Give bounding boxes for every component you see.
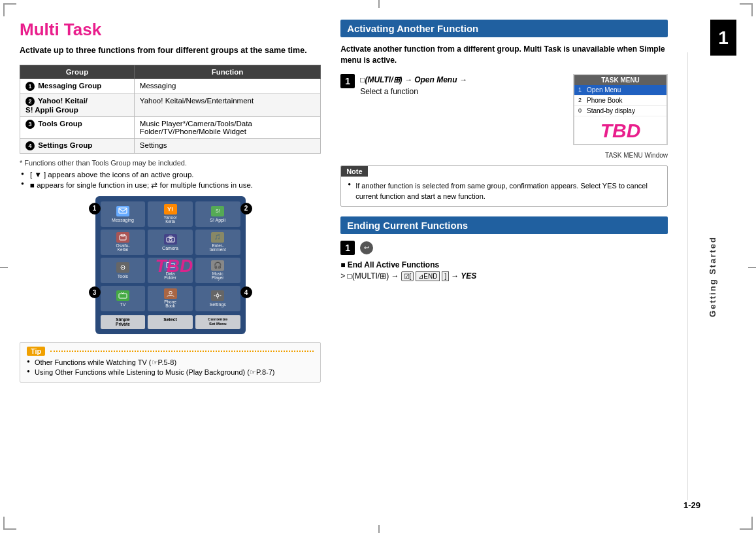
tip-list: Other Functions while Watching TV (☞P.5-… bbox=[27, 358, 314, 377]
sidebar-label: Getting Started bbox=[708, 236, 717, 317]
circle-1: 1 bbox=[89, 203, 101, 215]
content-wrapper: Multi Task Activate up to three function… bbox=[20, 20, 668, 513]
ending-section: Ending Current Functions 1 ↩ ■ End All A… bbox=[340, 216, 668, 281]
task-menu-tbd: TBD bbox=[574, 120, 666, 142]
table-row: 1 Messaging Group Messaging bbox=[20, 78, 321, 94]
phone-icon-musicplayer: 🎧 MusicPlayer bbox=[195, 258, 240, 283]
ending-step-1-number: 1 bbox=[340, 241, 355, 255]
svg-point-12 bbox=[216, 294, 219, 297]
task-menu-box: TASK MENU 1 Open Menu 2 Phone Book 0 Sta… bbox=[573, 74, 668, 145]
left-section: Multi Task Activate up to three function… bbox=[20, 20, 331, 513]
end-key-label: ⊿END bbox=[416, 271, 440, 281]
phone-icon-osaifu: Osaifu-Keitai bbox=[101, 230, 146, 255]
step-1-number: 1 bbox=[340, 74, 355, 88]
phone-icon-tools: Tools bbox=[101, 258, 146, 283]
page-title: Multi Task bbox=[20, 20, 321, 40]
task-menu-item-2: 2 Phone Book bbox=[574, 95, 666, 106]
task-menu-item-1: 1 Open Menu bbox=[574, 85, 666, 95]
svg-point-11 bbox=[169, 291, 171, 294]
circle-3: 3 bbox=[89, 286, 101, 298]
end-formula: > □(MULTI/⊞) → ☑[ ⊿END ] → YES bbox=[340, 271, 668, 281]
tip-section: Tip Other Functions while Watching TV (☞… bbox=[20, 342, 321, 383]
ending-step-1-row: 1 ↩ bbox=[340, 241, 668, 255]
phone-icon-camera: Camera bbox=[148, 230, 193, 255]
phone-icon-phonebook: PhoneBook bbox=[148, 286, 193, 311]
phone-btn-simple: SimplePrivate bbox=[101, 315, 146, 330]
end-all-row: ■ End All Active Functions > □(MULTI/⊞) … bbox=[340, 260, 668, 281]
page-number: 1-29 bbox=[683, 500, 700, 510]
svg-rect-0 bbox=[119, 208, 127, 213]
right-section: Activating Another Function Activate ano… bbox=[331, 20, 668, 513]
top-mark bbox=[378, 0, 380, 8]
task-menu-caption: TASK MENU Window bbox=[340, 152, 668, 159]
end-bracket: ] bbox=[442, 271, 449, 281]
corner-mark-tr bbox=[740, 3, 753, 16]
corner-mark-tl bbox=[3, 3, 16, 16]
side-mark-left bbox=[0, 267, 8, 268]
corner-mark-bl bbox=[3, 517, 16, 530]
note-box: Note If another function is selected fro… bbox=[340, 165, 668, 207]
note-body: If another function is selected from sam… bbox=[341, 177, 667, 206]
note-text: If another function is selected from sam… bbox=[348, 181, 661, 202]
yes-text: YES bbox=[461, 271, 476, 281]
row1-num: 1 bbox=[25, 82, 35, 91]
step-1-content: □(MULTI/⊞) → Open Menu → Select a functi… bbox=[360, 74, 568, 97]
table-row: 4 Settings Group Settings bbox=[20, 138, 321, 153]
svg-rect-8 bbox=[119, 294, 127, 298]
activating-description: Activate another function from a differe… bbox=[340, 44, 668, 66]
table-footnote: * Functions other than Tools Group may b… bbox=[20, 159, 321, 167]
row4-function: Settings bbox=[134, 138, 320, 153]
chapter-number: 1 bbox=[710, 20, 736, 56]
activating-header: Activating Another Function bbox=[340, 20, 668, 37]
svg-point-7 bbox=[122, 267, 123, 268]
row3-function: Music Player*/Camera/Tools/Data Folder/T… bbox=[134, 116, 320, 138]
page-subtitle: Activate up to three functions from four… bbox=[20, 45, 321, 57]
arrow-text: → bbox=[451, 271, 459, 281]
tip-dots bbox=[50, 351, 314, 352]
phone-icon-entertainment: 🎵 Enter-tainment bbox=[195, 230, 240, 255]
table-header-function: Function bbox=[134, 65, 320, 78]
list-item: ■ appears for single function in use; ⇄ … bbox=[20, 181, 321, 190]
back-icon: ↩ bbox=[360, 241, 373, 254]
svg-point-4 bbox=[169, 238, 171, 241]
ending-step-1-content: ↩ bbox=[360, 241, 373, 254]
table-header-group: Group bbox=[20, 65, 135, 78]
tip-badge: Tip bbox=[27, 347, 45, 356]
tbd-overlay-left: TBD bbox=[156, 256, 193, 277]
end-all-label: ■ End All Active Functions bbox=[340, 260, 668, 269]
ending-header: Ending Current Functions bbox=[340, 216, 668, 234]
bottom-mark bbox=[378, 525, 380, 533]
row2-function: Yahoo! Keitai/News/Entertainment bbox=[134, 94, 320, 116]
task-menu-item-3: 0 Stand-by display bbox=[574, 106, 666, 116]
formula-text: > □(MULTI/⊞) → bbox=[340, 271, 399, 281]
row4-num: 4 bbox=[25, 141, 35, 150]
row1-function: Messaging bbox=[134, 78, 320, 94]
list-item: Using Other Functions while Listening to… bbox=[27, 368, 314, 377]
circle-4: 4 bbox=[240, 286, 252, 298]
phone-icon-yahoo: Y! Yahoo!Keita bbox=[148, 201, 193, 227]
task-menu-title: TASK MENU bbox=[574, 75, 666, 85]
end-key: ☑[ bbox=[401, 271, 414, 281]
svg-rect-5 bbox=[169, 236, 172, 238]
note-header: Note bbox=[341, 166, 367, 177]
function-table: Group Function 1 Messaging Group Messagi… bbox=[20, 65, 321, 154]
bullet-list: [ ▼ ] appears above the icons of an acti… bbox=[20, 171, 321, 190]
corner-mark-br bbox=[740, 517, 753, 530]
phone-icon-tv: TV bbox=[101, 286, 146, 311]
circle-2: 2 bbox=[240, 203, 252, 215]
step-1-action: Select a function bbox=[360, 87, 418, 96]
phone-icon-messaging: Messaging bbox=[101, 201, 146, 227]
phone-icon-settings: Settings bbox=[195, 286, 240, 311]
step-1-row: 1 □(MULTI/⊞) → Open Menu → Select a func… bbox=[340, 74, 668, 145]
phone-btn-customize: CustomizeSet Menu bbox=[195, 315, 240, 330]
phone-btn-select: Select bbox=[148, 315, 193, 330]
list-item: [ ▼ ] appears above the icons of an acti… bbox=[20, 171, 321, 179]
row3-num: 3 bbox=[25, 120, 35, 129]
row2-num: 2 bbox=[25, 97, 35, 106]
side-mark-right bbox=[748, 267, 756, 268]
list-item: Other Functions while Watching TV (☞P.5-… bbox=[27, 358, 314, 367]
step-1-formula: □(MULTI/⊞) → Open Menu → bbox=[360, 75, 467, 84]
table-row: 3 Tools Group Music Player*/Camera/Tools… bbox=[20, 116, 321, 138]
phone-icon-sappli: S! S! Appli bbox=[195, 201, 240, 227]
table-row: 2 Yahoo! Keitai/S! Appli Group Yahoo! Ke… bbox=[20, 94, 321, 116]
